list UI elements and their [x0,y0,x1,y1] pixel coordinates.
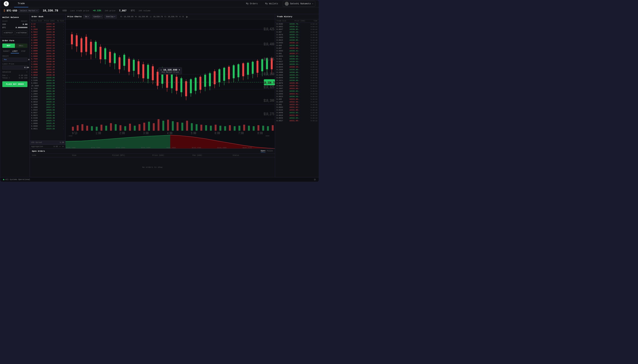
buy-my-size: - [60,109,64,111]
order-book-sell-row[interactable]: 2.0000 10341.95 - [30,50,66,52]
order-book-sell-row[interactable]: 0.01 10344.40 - [30,26,66,28]
order-book-buy-row[interactable]: 0.0023 10326.40 - [30,114,66,117]
sell-price: 10344.45 [45,23,55,25]
order-book-buy-row[interactable]: 0.0021 10324.50 - [30,128,66,130]
trade-size: 0.0024 [277,85,286,87]
order-book-sell-row[interactable]: 0.5922 10344.30 - [30,31,66,34]
svg-rect-60 [195,78,197,91]
timeframe-selector[interactable]: 5m ▾ [83,15,90,18]
order-book-sell-row[interactable]: 1.4371 10340.00 - [30,60,66,63]
trade-price: 10339.33 ↗ [289,64,304,66]
svg-rect-24 [109,52,111,63]
order-book-sell-row[interactable]: 3.0000 10336.35 - [30,71,66,74]
order-book-sell-row[interactable]: 0.1000 10342.90 - [30,39,66,42]
order-book-buy-row[interactable]: 1.0322 10326.50 - [30,109,66,112]
order-book-buy-row[interactable]: 1.2904 10329.35 - [30,92,66,95]
order-book-sell-row[interactable]: 1.0000 10340.65 - [30,55,66,58]
order-book-sell-row[interactable]: 0.6100 10341.80 - [30,52,66,55]
advanced-row[interactable]: Advanced ▾ [2,71,28,73]
order-book-buy-row[interactable]: 0.6168 10326.30 - [30,117,66,120]
chart-type-selector[interactable]: Candle ▾ [92,15,103,18]
order-book-sell-row[interactable]: 2.0000 10342.85 - [30,42,66,44]
fills-tab[interactable]: Fills [267,150,273,152]
trade-price: 10332.96 ↗ [289,101,304,103]
svg-rect-116 [181,123,183,131]
order-book-buy-row[interactable]: 0.0999 10329.25 - [30,95,66,98]
svg-rect-93 [72,127,74,130]
my-wallets-button[interactable]: My Wallets [262,2,281,6]
sell-size: 0.1000 [31,39,39,41]
chart-forward-button[interactable]: ▶ [186,15,189,18]
aggregation-increase-button[interactable]: + [62,145,64,148]
buy-my-size: - [60,114,64,116]
order-book-buy-row[interactable]: 1.0000 10325.45 - [30,122,66,125]
buy-size: 1.0000 [31,104,39,106]
order-book-buy-row[interactable]: 2.5100 10334.95 - [30,79,66,82]
open-tab[interactable]: Open [261,150,265,152]
stop-order-tab[interactable]: STOP [19,50,28,54]
sell-tab[interactable]: SELL [15,44,28,48]
order-book-buy-row[interactable]: 3.0000 10331.00 - [30,90,66,92]
trade-history-row: 0.1821 10338.98 ↗ 9:49:02 [275,79,319,82]
order-book-sell-row[interactable]: 2.4140 10336.55 - [30,68,66,71]
withdraw-button[interactable]: ⊖ WITHDRAW [16,30,28,35]
svg-rect-22 [104,48,106,59]
limit-price-input[interactable] [4,66,29,68]
order-book-sell-row[interactable]: 3.14 10344.45 - [30,23,66,26]
order-form-title: Order Form [2,40,28,42]
buy-my-size: - [60,93,64,95]
sell-price: 10342.65 [45,44,55,46]
buy-price: 10333.00 [45,85,55,87]
trade-time: 9:49:48 [308,34,317,36]
trade-price: 10335.13 ↗ [289,34,304,36]
order-book-buy-row[interactable]: 0.7599 10332.90 - [30,87,66,90]
my-orders-button[interactable]: My Orders [243,2,261,6]
svg-rect-97 [91,126,93,130]
overlay-selector[interactable]: Overlay ▾ [105,15,117,18]
trade-size: 0.1667 [277,88,286,90]
buy-size: 0.0023 [31,114,39,116]
order-book-buy-row[interactable]: 25.3000 10333.00 - [30,84,66,87]
svg-rect-50 [171,73,173,88]
order-book-buy-row[interactable]: 0.0984 10333.50 - [30,82,66,84]
order-book-buy-row[interactable]: 6.0000 10325.25 - [30,125,66,128]
app-logo[interactable]: C [4,1,9,6]
volume: 7,867 [119,9,127,12]
order-book-buy-row[interactable]: 4.0045 10335.05 - [30,76,66,79]
buy-my-size: - [60,112,64,114]
tab-trade[interactable]: Trade [14,0,28,7]
order-book-sell-row[interactable]: 5.6010 10336.30 - [30,74,66,76]
buy-tab[interactable]: BUY [2,44,15,48]
order-book-buy-row[interactable]: 3.0268 10329.00 - [30,98,66,101]
trade-history-row: 0.4000 10336.80 ↗ 9:49:06 [275,71,319,74]
order-book-sell-row[interactable]: 0.1000 10342.65 - [30,44,66,47]
svg-text:$10,425: $10,425 [264,27,274,32]
place-buy-order-button[interactable]: PLACE BUY ORDER [2,81,28,87]
candlestick-chart: $10,425 $10,400 $10,375 $10,350 $10,325 … [66,19,275,134]
order-book-sell-row[interactable]: 0.7599 10340.35 - [30,58,66,60]
order-book-sell-row[interactable]: 0.2999 10344.35 - [30,28,66,31]
market-order-tab[interactable]: MARKET [2,50,11,54]
open-orders-title: Open Orders [32,150,45,152]
order-book-sell-row[interactable]: 0.0688 10342.15 - [30,47,66,50]
buy-my-size: - [60,88,64,90]
sell-price: 10344.35 [45,28,55,30]
market-select[interactable]: Select Market ▾ [19,9,39,12]
order-book-buy-row[interactable]: 0.0010 10328.15 - [30,101,66,103]
order-book-sell-row[interactable]: 0.1320 10337.35 - [30,66,66,68]
max-button[interactable]: Max [4,59,7,60]
order-book-sell-row[interactable]: 1.0047 10343.75 - [30,36,66,39]
deposit-button[interactable]: ⊕ DEPOSIT [2,30,14,35]
order-book-buy-row[interactable]: 1.0000 10327.95 - [30,103,66,106]
order-book-buy-row[interactable]: 0.1000 10327.25 - [30,106,66,109]
user-menu[interactable]: Satoshi Nakamoto ▾ [283,1,315,7]
order-book-buy-row[interactable]: 0.0500 10325.75 - [30,120,66,122]
order-book-sell-row[interactable]: 1.0087 10344.00 - [30,34,66,36]
order-book-buy-row[interactable]: 0.0037 10326.45 - [30,112,66,114]
limit-order-tab[interactable]: LIMIT [11,50,19,54]
amount-input[interactable] [8,58,30,61]
order-book-sell-row[interactable]: 3.0000 10339.25 - [30,63,66,66]
spread-label: USD Spread [31,142,42,144]
aggregation-decrease-button[interactable]: − [59,145,61,148]
settings-button[interactable]: ⚙ [314,178,316,181]
